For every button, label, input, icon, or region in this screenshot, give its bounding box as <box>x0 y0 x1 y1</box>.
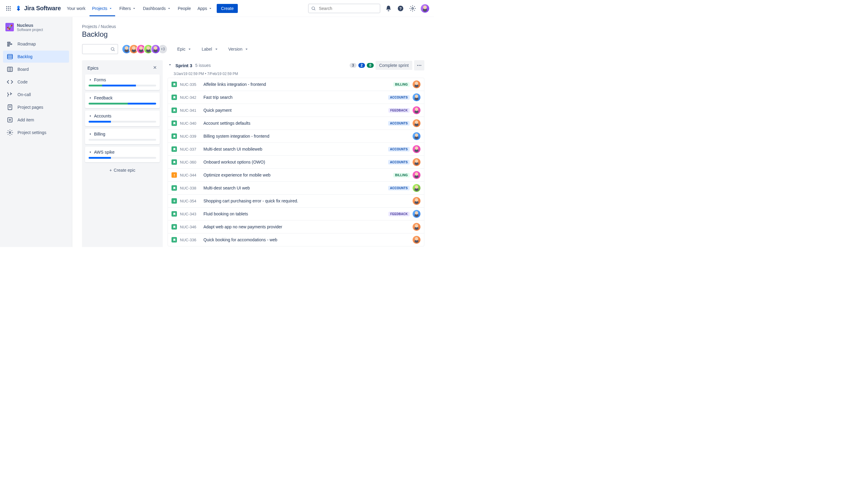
assignee-avatar[interactable] <box>412 132 421 140</box>
assignee-avatar[interactable] <box>412 93 421 101</box>
issue-key[interactable]: NUC-343 <box>180 212 200 216</box>
issue-row[interactable]: NUC-344Optimize experience for mobile we… <box>168 169 424 182</box>
epic-aws-spike[interactable]: AWS spike <box>85 147 160 163</box>
issue-key[interactable]: NUC-354 <box>180 199 200 203</box>
status-chip-inprogress: 2 <box>358 63 365 68</box>
search-input[interactable] <box>308 4 380 13</box>
chevron-right-icon <box>89 78 92 82</box>
issue-row[interactable]: NUC-339Billing system integration - fron… <box>168 130 424 143</box>
assignee-avatar[interactable] <box>412 119 421 127</box>
svg-rect-13 <box>7 42 10 43</box>
search-icon <box>110 47 115 53</box>
issue-row[interactable]: NUC-342Fast trip searchACCOUNTS <box>168 91 424 104</box>
issue-title: Billing system integration - frontend <box>203 134 410 138</box>
app-switcher-icon[interactable] <box>5 5 12 12</box>
nav-your-work[interactable]: Your work <box>67 6 86 11</box>
issue-row[interactable]: NUC-341Quick paymentFEEDBACK <box>168 104 424 117</box>
svg-rect-19 <box>7 67 13 72</box>
sidebar-item-add-item[interactable]: Add item <box>3 114 69 126</box>
assignee-avatar[interactable] <box>412 197 421 205</box>
nav-projects[interactable]: Projects <box>92 6 113 11</box>
svg-point-3 <box>6 8 7 9</box>
svg-rect-34 <box>174 176 174 176</box>
assignee-avatar[interactable] <box>412 223 421 231</box>
nav-people[interactable]: People <box>178 6 191 11</box>
create-issue-button[interactable]: + Create issue <box>168 246 424 247</box>
issue-key[interactable]: NUC-341 <box>180 108 200 113</box>
issue-key[interactable]: NUC-344 <box>180 173 200 177</box>
sprint-more-button[interactable] <box>414 60 424 71</box>
nav-dashboards[interactable]: Dashboards <box>143 6 171 11</box>
epic-accounts[interactable]: Accounts <box>85 111 160 126</box>
breadcrumb[interactable]: Projects / Nucleus <box>82 24 424 29</box>
filter-label[interactable]: Label <box>199 45 221 53</box>
help-icon[interactable]: ? <box>396 4 404 12</box>
issue-row[interactable]: NUC-335Affelite links integration - fron… <box>168 78 424 91</box>
create-button[interactable]: Create <box>217 4 238 13</box>
filter-version[interactable]: Version <box>226 45 252 53</box>
issue-title: Onboard workout options (OWO) <box>203 160 385 165</box>
issue-row[interactable]: NUC-337Multi-dest search UI mobilewebACC… <box>168 143 424 156</box>
assignee-avatar[interactable] <box>412 158 421 166</box>
sprint-issue-count: 5 issues <box>195 63 211 68</box>
avatar[interactable] <box>151 44 160 54</box>
issue-row[interactable]: NUC-360Onboard workout options (OWO)ACCO… <box>168 156 424 169</box>
backlog-search[interactable] <box>82 44 118 54</box>
breadcrumb-root[interactable]: Projects <box>82 24 97 29</box>
assignee-avatar[interactable] <box>412 145 421 153</box>
epic-feedback[interactable]: Feedback <box>85 93 160 108</box>
sidebar-item-board[interactable]: Board <box>3 63 69 75</box>
assignee-avatar[interactable] <box>412 184 421 192</box>
issue-title: Fast trip search <box>203 95 385 100</box>
jira-logo[interactable]: Jira Software <box>15 5 61 12</box>
sidebar-item-on-call[interactable]: On-call <box>3 89 69 101</box>
issue-label: ACCOUNTS <box>388 147 410 152</box>
issue-key[interactable]: NUC-342 <box>180 95 200 100</box>
global-search[interactable] <box>308 4 380 13</box>
nav-apps[interactable]: Apps <box>198 6 213 11</box>
assignee-avatar[interactable] <box>412 171 421 179</box>
assignee-avatar[interactable] <box>412 236 421 244</box>
issue-row[interactable]: NUC-346Adapt web app no new payments pro… <box>168 221 424 233</box>
sidebar-item-project-pages[interactable]: Project pages <box>3 101 69 113</box>
issue-key[interactable]: NUC-346 <box>180 225 200 229</box>
issue-row[interactable]: NUC-338Multi-dest search UI webACCOUNTS <box>168 182 424 195</box>
issue-row[interactable]: NUC-343Fluid booking on tabletsFEEDBACK <box>168 208 424 221</box>
notifications-icon[interactable] <box>385 4 392 12</box>
svg-point-7 <box>8 10 9 11</box>
profile-avatar[interactable] <box>421 4 429 13</box>
issue-key[interactable]: NUC-339 <box>180 134 200 138</box>
sidebar-item-project-settings[interactable]: Project settings <box>3 127 69 138</box>
top-nav: Jira Software Your workProjectsFiltersDa… <box>0 0 434 17</box>
close-epics-icon[interactable] <box>152 65 157 71</box>
sidebar-item-backlog[interactable]: Backlog <box>3 51 69 63</box>
issue-row[interactable]: NUC-336Quick booking for accomodations -… <box>168 233 424 246</box>
issue-key[interactable]: NUC-336 <box>180 238 200 242</box>
create-epic-button[interactable]: + Create epic <box>85 165 160 176</box>
filter-epic[interactable]: Epic <box>175 45 195 53</box>
issue-row[interactable]: NUC-354Shopping cart purchasing error - … <box>168 195 424 208</box>
issue-label: FEEDBACK <box>388 212 410 216</box>
epic-forms[interactable]: Forms <box>85 74 160 90</box>
assignee-filter-avatars[interactable]: +3 <box>122 44 168 54</box>
settings-icon[interactable] <box>409 4 417 12</box>
sprint-name[interactable]: Sprint 3 <box>176 63 192 68</box>
issue-row[interactable]: NUC-340Account settings defaultsACCOUNTS <box>168 117 424 130</box>
issue-key[interactable]: NUC-360 <box>180 160 200 165</box>
epic-billing[interactable]: Billing <box>85 129 160 144</box>
issue-key[interactable]: NUC-340 <box>180 121 200 126</box>
issue-key[interactable]: NUC-335 <box>180 82 200 87</box>
project-header[interactable]: 🚀 Nucleus Software project <box>3 23 69 38</box>
assignee-avatar[interactable] <box>412 80 421 88</box>
assignee-avatar[interactable] <box>412 210 421 218</box>
assignee-avatar[interactable] <box>412 106 421 114</box>
sidebar-item-roadmap[interactable]: Roadmap <box>3 38 69 50</box>
issue-key[interactable]: NUC-338 <box>180 186 200 190</box>
chevron-down-icon[interactable] <box>168 62 172 69</box>
breadcrumb-leaf[interactable]: Nucleus <box>101 24 116 29</box>
complete-sprint-button[interactable]: Complete sprint <box>375 61 412 70</box>
epics-panel: Epics FormsFeedbackAccountsBillingAWS sp… <box>82 60 163 247</box>
sidebar-item-code[interactable]: Code <box>3 76 69 88</box>
nav-filters[interactable]: Filters <box>119 6 136 11</box>
issue-key[interactable]: NUC-337 <box>180 147 200 152</box>
